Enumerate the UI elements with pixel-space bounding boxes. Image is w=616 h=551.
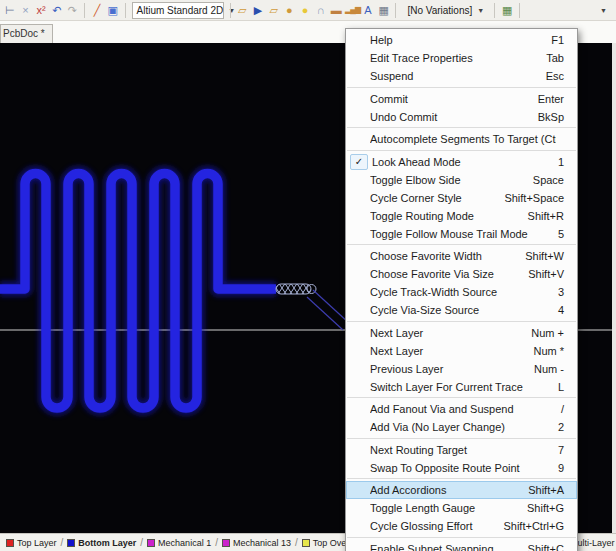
undo-icon[interactable]: ↶ <box>50 2 64 18</box>
layer-tab-top-layer[interactable]: Top Layer <box>3 538 60 548</box>
chevron-down-icon[interactable]: ▼ <box>477 7 484 14</box>
view-configuration-combo-value: Altium Standard 2D <box>137 5 224 16</box>
view-configuration-combo[interactable]: Altium Standard 2D▼ <box>132 2 224 19</box>
pcb-trace-accordion <box>0 174 276 409</box>
menu-item-add-fanout-via-and-suspend[interactable]: Add Fanout Via and Suspend/ <box>346 400 577 418</box>
pad-icon[interactable]: ● <box>282 2 296 18</box>
menu-item-look-ahead-mode[interactable]: ✓Look Ahead Mode1 <box>346 153 577 171</box>
menu-item-shortcut: Num * <box>533 345 564 357</box>
menu-separator <box>347 150 576 151</box>
variations-combo[interactable]: [No Variations]▼ <box>402 2 488 19</box>
menu-item-cycle-track-width-source[interactable]: Cycle Track-Width Source3 <box>346 283 577 301</box>
menu-item-autocomplete-segments-to-target-ctrl-click[interactable]: Autocomplete Segments To Target (Ctrl+Cl… <box>346 130 577 148</box>
canvas-right-scrollbar[interactable] <box>612 43 616 533</box>
arc-icon[interactable]: ∩ <box>314 2 328 18</box>
menu-item-label: Suspend <box>370 70 538 82</box>
menu-icon-gutter <box>350 110 366 124</box>
menu-icon-gutter <box>350 267 366 281</box>
cross-probe-icon[interactable]: × <box>19 2 33 18</box>
menu-item-suspend[interactable]: SuspendEsc <box>346 67 577 85</box>
string-text-icon[interactable]: A <box>361 2 375 18</box>
menu-item-toggle-follow-mouse-trail-mode[interactable]: Toggle Follow Mouse Trail Mode5 <box>346 225 577 243</box>
menu-item-enable-subnet-swapping[interactable]: Enable Subnet SwappingShift+C <box>346 540 577 551</box>
menu-icon-gutter <box>350 461 366 475</box>
extra-combo[interactable]: ▼ <box>526 2 612 19</box>
layer-color-swatch <box>6 539 14 547</box>
chevron-down-icon[interactable]: ▼ <box>600 7 607 14</box>
menu-item-add-accordions[interactable]: Add AccordionsShift+A <box>346 481 577 499</box>
menu-item-previous-layer[interactable]: Previous LayerNum - <box>346 360 577 378</box>
menu-item-edit-trace-properties[interactable]: Edit Trace PropertiesTab <box>346 49 577 67</box>
menu-item-label: Look Ahead Mode <box>372 156 550 168</box>
menu-icon-gutter <box>350 227 366 241</box>
clear-filter-icon[interactable]: x² <box>34 2 48 18</box>
menu-item-cycle-via-size-source[interactable]: Cycle Via-Size Source4 <box>346 301 577 319</box>
menu-item-next-layer[interactable]: Next LayerNum + <box>346 324 577 342</box>
menu-item-shortcut: BkSp <box>538 111 564 123</box>
menu-item-label: Next Layer <box>370 327 523 339</box>
menu-icon-gutter <box>350 132 366 146</box>
zoom-area-icon[interactable]: ▣ <box>106 2 120 18</box>
menu-item-toggle-length-gauge[interactable]: Toggle Length GaugeShift+G <box>346 499 577 517</box>
menu-item-label: Cycle Glossing Effort <box>370 520 495 532</box>
board-icon[interactable]: ▦ <box>500 2 514 18</box>
menu-item-label: Edit Trace Properties <box>370 52 538 64</box>
polygon-plane-icon[interactable]: ▱ <box>267 2 281 18</box>
menu-item-label: Toggle Follow Mouse Trail Mode <box>370 228 550 240</box>
menu-item-cycle-glossing-effort[interactable]: Cycle Glossing EffortShift+Ctrl+G <box>346 517 577 535</box>
menu-item-switch-layer-for-current-trace[interactable]: Switch Layer For Current TraceL <box>346 378 577 396</box>
menu-icon-gutter <box>350 483 366 497</box>
menu-item-shortcut: F1 <box>551 34 564 46</box>
layer-tab-mechanical-1[interactable]: Mechanical 1 <box>144 538 214 548</box>
menu-separator <box>347 321 576 322</box>
component-array-icon[interactable]: ▦ <box>377 2 391 18</box>
fill-icon[interactable]: ▬ <box>329 2 343 18</box>
toolbar-separator <box>84 3 85 18</box>
checkmark-icon: ✓ <box>350 154 368 170</box>
select-arrow-icon[interactable]: ▶ <box>251 2 265 18</box>
menu-icon-gutter <box>350 326 366 340</box>
menu-item-shortcut: Shift+Ctrl+G <box>503 520 564 532</box>
menu-item-next-routing-target[interactable]: Next Routing Target7 <box>346 441 577 459</box>
menu-item-shortcut: Shift+Space <box>504 192 564 204</box>
lookahead-segment <box>276 284 316 294</box>
redo-icon[interactable]: ↷ <box>66 2 80 18</box>
layer-color-swatch <box>67 539 75 547</box>
menu-item-shortcut: Shift+W <box>525 250 564 262</box>
layer-tab-mechanical-13[interactable]: Mechanical 13 <box>219 538 294 548</box>
partial-icon[interactable]: ⊢ <box>3 2 17 18</box>
pencil-icon[interactable]: ╱ <box>90 2 104 18</box>
menu-item-cycle-corner-style[interactable]: Cycle Corner StyleShift+Space <box>346 189 577 207</box>
menu-item-label: Autocomplete Segments To Target (Ctrl+Cl… <box>370 133 556 145</box>
menu-icon-gutter <box>350 420 366 434</box>
document-tab-pcbdoc[interactable]: PcbDoc * <box>0 24 53 43</box>
menu-item-shortcut: Num - <box>534 363 564 375</box>
chart-icon[interactable]: ▂▄▆ <box>345 2 359 18</box>
menu-item-next-layer[interactable]: Next LayerNum * <box>346 342 577 360</box>
menu-item-swap-to-opposite-route-point[interactable]: Swap To Opposite Route Point9 <box>346 459 577 477</box>
menu-item-label: Choose Favorite Width <box>370 250 517 262</box>
menu-item-choose-favorite-via-size[interactable]: Choose Favorite Via SizeShift+V <box>346 265 577 283</box>
interactive-route-icon[interactable]: ▱ <box>236 2 250 18</box>
menu-icon-gutter <box>350 173 366 187</box>
menu-item-add-via-no-layer-change[interactable]: Add Via (No Layer Change)2 <box>346 418 577 436</box>
layer-tab-bottom-layer[interactable]: Bottom Layer <box>64 538 139 548</box>
menu-item-toggle-routing-mode[interactable]: Toggle Routing ModeShift+R <box>346 207 577 225</box>
menu-item-toggle-elbow-side[interactable]: Toggle Elbow SideSpace <box>346 171 577 189</box>
menu-icon-gutter <box>350 33 366 47</box>
menu-item-choose-favorite-width[interactable]: Choose Favorite WidthShift+W <box>346 247 577 265</box>
menu-item-shortcut: Num + <box>531 327 564 339</box>
menu-item-shortcut: 7 <box>558 444 564 456</box>
menu-icon-gutter <box>350 285 366 299</box>
menu-item-commit[interactable]: CommitEnter <box>346 90 577 108</box>
menu-item-shortcut: / <box>561 403 564 415</box>
menu-item-label: Add Fanout Via and Suspend <box>370 403 553 415</box>
bulb-icon[interactable]: ● <box>298 2 312 18</box>
menu-item-help[interactable]: HelpF1 <box>346 31 577 49</box>
menu-item-shortcut: Shift+C <box>528 543 564 551</box>
menu-item-shortcut: 5 <box>558 228 564 240</box>
menu-item-undo-commit[interactable]: Undo CommitBkSp <box>346 108 577 126</box>
layer-color-swatch <box>222 539 230 547</box>
menu-separator <box>347 537 576 538</box>
menu-item-label: Previous Layer <box>370 363 526 375</box>
